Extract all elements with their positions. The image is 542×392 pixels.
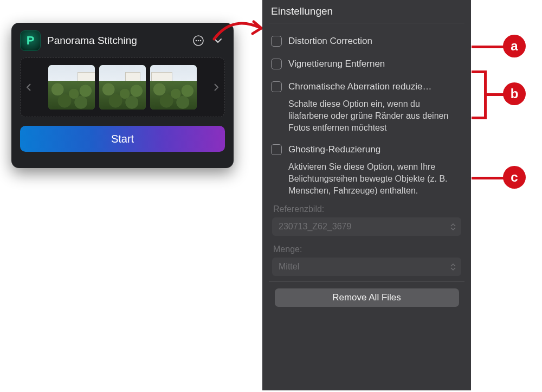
annotation-letter: c <box>511 170 518 185</box>
option-label: Ghosting-Reduzierung <box>288 144 380 156</box>
app-icon: P <box>20 30 41 51</box>
option-ghosting-reduction[interactable]: Ghosting-Reduzierung <box>269 138 464 161</box>
card-title: Panorama Stitching <box>47 35 185 47</box>
option-description: Schalte diese Option ein, wenn du lilafa… <box>269 98 464 138</box>
option-description: Aktivieren Sie diese Option, wenn Ihre B… <box>269 161 464 201</box>
svg-point-2 <box>198 40 199 42</box>
checkbox[interactable] <box>271 144 282 155</box>
thumbnails <box>36 65 209 110</box>
checkbox[interactable] <box>271 59 282 69</box>
svg-point-1 <box>196 40 197 42</box>
checkbox[interactable] <box>271 81 282 92</box>
annotation-line <box>472 46 504 48</box>
strip-next-icon[interactable] <box>211 83 221 91</box>
option-label: Distortion Correction <box>288 35 372 47</box>
app-icon-letter: P <box>27 34 35 48</box>
option-distortion-correction[interactable]: Distortion Correction <box>269 30 464 53</box>
strip-prev-icon[interactable] <box>24 83 34 91</box>
thumbnail[interactable] <box>99 65 146 110</box>
annotation-letter: a <box>511 38 518 54</box>
remove-all-files-button[interactable]: Remove All Files <box>275 288 459 307</box>
reference-select[interactable]: 230713_Z62_3679 <box>272 217 461 236</box>
annotation-line <box>487 93 504 96</box>
amount-label: Menge: <box>269 241 464 258</box>
amount-select[interactable]: Mittel <box>272 258 461 276</box>
option-chromatic-aberration[interactable]: Chromatische Aberration reduzie… <box>269 75 464 98</box>
start-button[interactable]: Start <box>20 126 225 152</box>
annotation-badge-c: c <box>503 166 526 189</box>
select-value: Mittel <box>279 262 299 272</box>
card-actions <box>191 34 225 48</box>
thumbnail[interactable] <box>150 65 197 110</box>
panorama-stitching-card: P Panorama Stitching Start <box>11 23 234 168</box>
stepper-icon <box>450 264 456 271</box>
svg-point-3 <box>200 40 202 42</box>
annotation-letter: b <box>511 86 519 101</box>
annotation-badge-a: a <box>503 35 526 57</box>
annotation-bracket <box>472 70 487 119</box>
card-header: P Panorama Stitching <box>20 30 225 51</box>
reference-label: Referenzbild: <box>269 201 464 217</box>
annotation-line <box>472 177 504 179</box>
thumbnail-strip <box>20 57 225 117</box>
stepper-icon <box>450 223 456 230</box>
option-vignetting-remove[interactable]: Vignettierung Entfernen <box>269 53 464 75</box>
select-value: 230713_Z62_3679 <box>279 222 351 232</box>
option-label: Vignettierung Entfernen <box>288 58 385 70</box>
more-options-icon[interactable] <box>191 34 205 48</box>
option-label: Chromatische Aberration reduzie… <box>288 81 432 93</box>
settings-title: Einstellungen <box>269 4 464 23</box>
checkbox[interactable] <box>271 36 282 47</box>
chevron-down-icon[interactable] <box>211 34 225 48</box>
thumbnail[interactable] <box>48 65 95 110</box>
divider <box>269 281 464 282</box>
annotation-badge-b: b <box>503 82 526 105</box>
settings-panel: Einstellungen Distortion Correction Vign… <box>262 0 471 390</box>
